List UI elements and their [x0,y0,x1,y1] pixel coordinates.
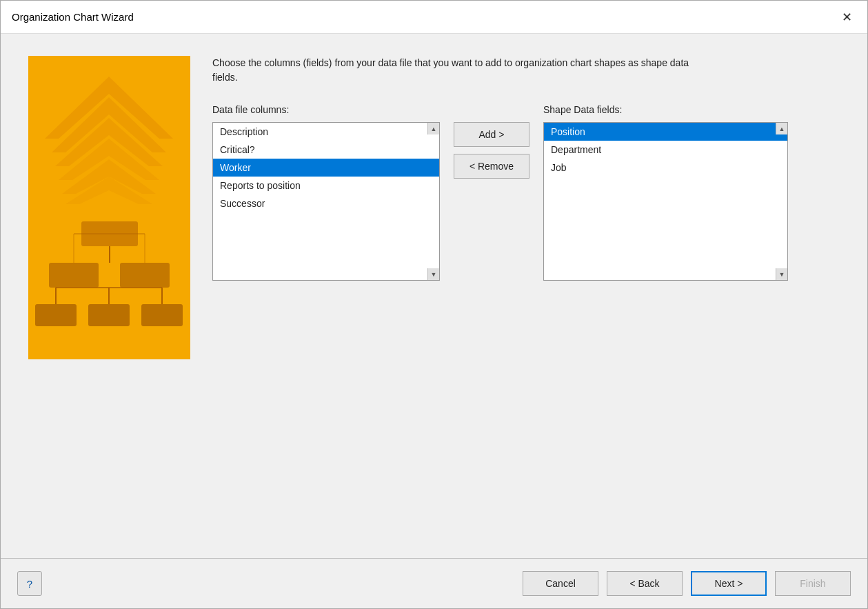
svg-rect-11 [88,304,130,326]
right-panel: Choose the columns (fields) from your da… [212,56,840,544]
data-file-columns-label: Data file columns: [212,104,440,115]
back-button[interactable]: < Back [607,571,683,596]
illustration-image [28,56,190,359]
transfer-buttons: Add > < Remove [440,122,543,179]
scroll-down-arrow[interactable]: ▼ [776,268,787,280]
svg-rect-10 [35,304,77,326]
list-item-selected[interactable]: Worker [213,159,439,177]
list-item[interactable]: Job [544,159,787,177]
svg-rect-9 [120,263,170,288]
finish-button[interactable]: Finish [775,571,851,596]
list-item[interactable]: Successor [213,194,439,212]
remove-button[interactable]: < Remove [454,154,529,179]
list-item[interactable]: Department [544,141,787,159]
close-button[interactable]: ✕ [837,8,856,27]
scroll-down-arrow[interactable]: ▼ [427,268,439,280]
svg-rect-12 [141,304,183,326]
data-file-columns-list[interactable]: Description Critical? Worker Reports to … [212,122,440,281]
list-item-selected[interactable]: Position [544,123,787,141]
footer: ? Cancel < Back Next > Finish [1,559,867,608]
list-item[interactable]: Description [213,123,439,141]
next-button[interactable]: Next > [691,571,767,596]
scroll-up-arrow[interactable]: ▲ [427,123,439,134]
list-item[interactable]: Critical? [213,141,439,159]
shape-data-fields-label: Shape Data fields: [543,104,788,115]
shape-data-fields-section: Shape Data fields: Position Department J… [543,104,788,281]
data-file-columns-section: Data file columns: Description Critical?… [212,104,440,281]
help-button[interactable]: ? [17,571,42,596]
dialog-window: Organization Chart Wizard ✕ [0,0,868,609]
content-area: Choose the columns (fields) from your da… [1,34,867,558]
list-item[interactable]: Reports to position [213,177,439,194]
description-text: Choose the columns (fields) from your da… [212,56,695,85]
shape-data-fields-list[interactable]: Position Department Job ▲ ▼ [543,122,788,281]
cancel-button[interactable]: Cancel [523,571,598,596]
columns-section: Data file columns: Description Critical?… [212,104,840,281]
dialog-title: Organization Chart Wizard [12,11,134,23]
add-button[interactable]: Add > [454,122,529,147]
scroll-up-arrow[interactable]: ▲ [776,123,787,134]
svg-rect-8 [49,263,99,288]
title-bar: Organization Chart Wizard ✕ [1,1,867,34]
